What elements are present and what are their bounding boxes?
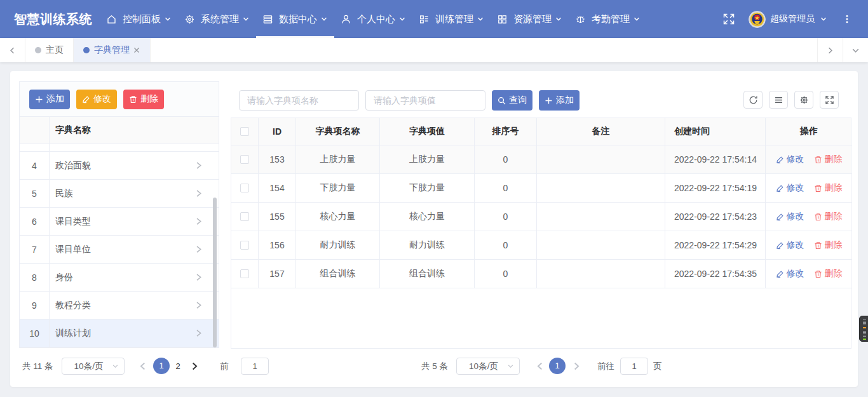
- left-pager-page-2[interactable]: 2: [170, 358, 186, 375]
- dict-row-4[interactable]: 4 政治面貌: [20, 152, 219, 180]
- tabbar: 主页 字典管理: [0, 38, 868, 62]
- cell-created: 2022-09-22 17:54:19: [665, 174, 766, 203]
- dict-row-10[interactable]: 10 训练计划: [20, 320, 219, 347]
- bug-icon: [575, 14, 586, 25]
- tab-label: 字典管理: [94, 44, 130, 56]
- gear-icon: [184, 14, 195, 25]
- tabs-scroll-left[interactable]: [0, 38, 25, 62]
- table-row: 157 组合训练 组合训练 0 2022-09-22 17:54:35 修改 删…: [231, 260, 851, 288]
- menu-item-personal[interactable]: 个人中心: [334, 0, 412, 38]
- table-pager-page-1[interactable]: 1: [549, 358, 566, 374]
- table-pager-goto-suffix: 页: [653, 358, 662, 375]
- table-pager-prev[interactable]: [536, 358, 544, 374]
- dict-row-5[interactable]: 5 民族: [20, 180, 219, 208]
- list-scrollbar-thumb[interactable]: [213, 198, 217, 347]
- menu-item-datacenter[interactable]: 数据中心: [256, 0, 334, 38]
- cell-sort: 0: [475, 260, 537, 288]
- col-header-value: 字典项值: [380, 118, 475, 145]
- menu-item-training[interactable]: 训练管理: [412, 0, 491, 38]
- left-pager-page-1[interactable]: 1: [153, 358, 170, 374]
- menu-item-label: 资源管理: [513, 13, 552, 25]
- trash-icon: [814, 270, 822, 278]
- left-page-size-select[interactable]: 10条/页: [62, 358, 125, 375]
- database-icon: [262, 14, 273, 25]
- cell-remark: [537, 231, 665, 260]
- trash-icon: [814, 241, 822, 250]
- add-dict-button[interactable]: 添加: [29, 90, 70, 109]
- menu-item-resources[interactable]: 资源管理: [491, 0, 569, 38]
- delete-dict-button[interactable]: 删除: [123, 90, 164, 109]
- menu-item-dashboard[interactable]: 控制面板: [100, 0, 178, 38]
- delete-row-link[interactable]: 删除: [814, 154, 843, 165]
- row-checkbox[interactable]: [240, 184, 249, 192]
- fullscreen-icon[interactable]: [722, 13, 735, 25]
- dict-items-table: ID 字典项名称 字典项值 排序号 备注 创建时间 操作 153 上肢力量 上肢…: [231, 118, 851, 349]
- cell-name: 上肢力量: [296, 145, 380, 174]
- menu-item-label: 控制面板: [123, 13, 161, 25]
- cell-id: 153: [259, 145, 296, 174]
- left-pager-total: 共 11 条: [22, 358, 53, 375]
- dict-list-panel: 添加 修改 删除 字典名称 4 政治面貌 5 民族 6: [19, 81, 219, 348]
- table-row: 155 核心力量 核心力量 0 2022-09-22 17:54:23 修改 删…: [231, 203, 851, 231]
- search-button[interactable]: 查询: [492, 90, 532, 111]
- left-pager-goto-input[interactable]: [241, 358, 269, 375]
- cell-created: 2022-09-22 17:54:29: [665, 231, 766, 260]
- avatar[interactable]: [749, 11, 766, 28]
- table-pager-next[interactable]: [573, 358, 581, 374]
- dict-row-6[interactable]: 6 课目类型: [20, 208, 219, 236]
- gear-icon: [799, 95, 809, 105]
- table-pager-goto-input[interactable]: [620, 358, 648, 375]
- refresh-button[interactable]: [743, 91, 763, 109]
- edit-row-link[interactable]: 修改: [776, 239, 804, 251]
- close-icon[interactable]: [133, 46, 140, 54]
- row-checkbox[interactable]: [240, 241, 249, 250]
- dict-item-name-input[interactable]: [239, 90, 359, 111]
- dict-row-9[interactable]: 9 教程分类: [20, 292, 219, 320]
- cell-actions: 修改 删除: [766, 145, 852, 174]
- plus-icon: [35, 95, 43, 104]
- edit-row-link[interactable]: 修改: [776, 211, 804, 222]
- row-checkbox[interactable]: [240, 155, 249, 164]
- row-checkbox[interactable]: [240, 269, 249, 278]
- tab-dict-management[interactable]: 字典管理: [74, 38, 151, 62]
- left-pager-prev[interactable]: [139, 358, 147, 374]
- grid-icon: [497, 14, 508, 25]
- add-item-button[interactable]: 添加: [539, 90, 580, 111]
- menu-item-attendance[interactable]: 考勤管理: [569, 0, 647, 38]
- left-pager-next[interactable]: [191, 358, 199, 374]
- delete-row-link[interactable]: 删除: [814, 268, 843, 279]
- cell-name: 核心力量: [296, 203, 380, 231]
- chevron-right-icon: [194, 245, 203, 253]
- menu-item-label: 系统管理: [201, 13, 239, 25]
- top-navbar: 智慧训练系统 控制面板 系统管理 数据中心 个人中心 训练管理: [0, 0, 868, 38]
- edit-row-link[interactable]: 修改: [776, 154, 804, 165]
- browser-extension-widget[interactable]: [859, 316, 868, 342]
- delete-row-link[interactable]: 删除: [814, 182, 843, 194]
- trash-icon: [814, 213, 822, 221]
- edit-dict-button[interactable]: 修改: [76, 90, 117, 109]
- user-menu[interactable]: 超级管理员: [770, 13, 827, 25]
- more-menu-icon[interactable]: [842, 14, 852, 24]
- tabs-menu-dropdown[interactable]: [843, 38, 868, 62]
- edit-row-link[interactable]: 修改: [776, 182, 804, 194]
- tab-home[interactable]: 主页: [25, 38, 74, 62]
- density-button[interactable]: [769, 91, 788, 109]
- dict-item-value-input[interactable]: [365, 90, 485, 111]
- delete-row-link[interactable]: 删除: [814, 211, 843, 222]
- cell-sort: 0: [475, 145, 537, 174]
- edit-row-link[interactable]: 修改: [776, 268, 804, 279]
- dict-row-7[interactable]: 7 课目单位: [20, 236, 219, 264]
- col-header-id: ID: [259, 118, 296, 145]
- col-header-name: 字典项名称: [296, 118, 380, 145]
- select-all-checkbox[interactable]: [240, 127, 249, 136]
- row-checkbox[interactable]: [240, 212, 249, 221]
- delete-row-link[interactable]: 删除: [814, 239, 843, 251]
- menu-item-label: 训练管理: [435, 13, 473, 25]
- column-settings-button[interactable]: [794, 91, 813, 109]
- table-page-size-select[interactable]: 10条/页: [456, 358, 520, 375]
- dict-row-8[interactable]: 8 身份: [20, 264, 219, 292]
- chevron-down-icon: [555, 15, 562, 23]
- tabs-scroll-right[interactable]: [817, 38, 843, 62]
- table-fullscreen-button[interactable]: [820, 91, 839, 109]
- menu-item-system[interactable]: 系统管理: [178, 0, 256, 38]
